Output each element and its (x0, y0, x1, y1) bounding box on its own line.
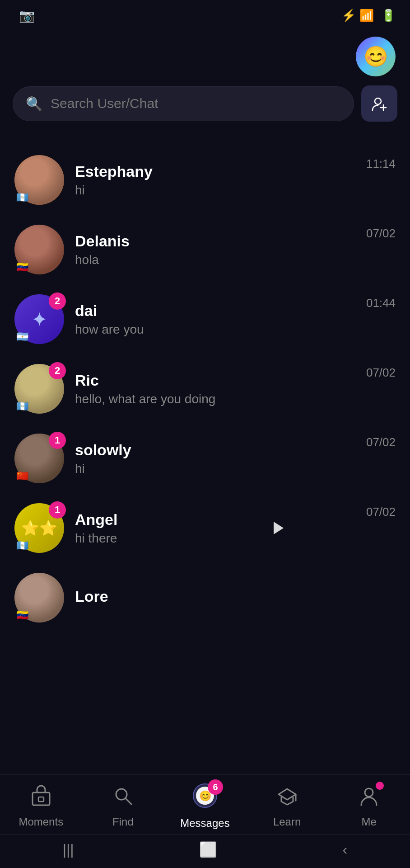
avatar-wrap: 🇻🇪 (14, 573, 64, 623)
chat-info: solowly hi (75, 441, 355, 476)
unread-badge: 1 (49, 501, 66, 519)
back-button[interactable]: ‹ (343, 841, 348, 858)
search-bar[interactable]: 🔍 (13, 86, 354, 121)
nav-item-moments[interactable]: Moments (14, 784, 68, 828)
chat-item[interactable]: 🇬🇹 1 Angel hi there 07/02 (0, 493, 410, 563)
search-input[interactable] (51, 96, 341, 111)
nav-icon-learn (276, 784, 298, 812)
svg-rect-3 (33, 793, 50, 805)
chat-info: dai how are you (75, 302, 355, 337)
avatar-wrap: 🇬🇹 1 (14, 503, 64, 553)
chat-name: Delanis (75, 232, 355, 250)
chat-item[interactable]: 🇻🇪 Delanis hola 07/02 (0, 215, 410, 284)
chat-time: 07/02 (366, 225, 396, 241)
svg-point-0 (375, 98, 381, 104)
avatar-wrap: 🇻🇪 (14, 225, 64, 274)
svg-point-5 (116, 789, 127, 800)
nav-badge: 6 (208, 779, 223, 795)
chat-preview: hello, what are you doing (75, 392, 355, 406)
avatar-wrap: 🇨🇳 1 (14, 434, 64, 483)
status-bar: 📷 ⚡ 📶 🔋 (0, 0, 410, 28)
chat-item[interactable]: 🇨🇳 1 solowly hi 07/02 (0, 424, 410, 493)
avatar-wrap: 🇬🇹 (14, 155, 64, 205)
chat-preview: hi there (75, 531, 355, 546)
nav-dot-badge (376, 782, 384, 790)
status-right: ⚡ 📶 🔋 (341, 9, 396, 23)
flag-badge: 🇨🇳 (16, 471, 31, 481)
chat-list: 🇬🇹 Estephany hi 11:14 🇻🇪 Delanis hola 07… (0, 145, 410, 632)
chat-preview: hola (75, 253, 355, 267)
nav-item-messages[interactable]: 😊 6 Messages (178, 783, 232, 830)
nav-label-messages: Messages (180, 817, 229, 830)
chat-item[interactable]: 🇬🇹 Estephany hi 11:14 (0, 145, 410, 215)
system-bar: ||| ⬜ ‹ (0, 834, 410, 868)
battery-icon: 🔋 (381, 9, 396, 23)
nav-icon-moments (30, 784, 52, 812)
avatar-wrap: 🇦🇷 2 (14, 294, 64, 344)
avatar-wrap: 🇬🇹 2 (14, 364, 64, 414)
nav-icon-find (112, 784, 134, 812)
chat-time: 07/02 (366, 364, 396, 380)
add-user-button[interactable] (361, 85, 397, 122)
chat-item[interactable]: 🇦🇷 2 dai how are you 01:44 (0, 284, 410, 354)
bottom-nav: Moments Find 😊 6 Messages Learn Me ||| (0, 774, 410, 868)
unread-badge: 2 (49, 362, 66, 379)
flag-badge: 🇬🇹 (16, 540, 31, 551)
svg-point-10 (365, 788, 373, 797)
nav-icon-me (358, 784, 380, 812)
chat-info: Ric hello, what are you doing (75, 372, 355, 406)
flag-badge: 🇻🇪 (16, 262, 31, 273)
nav-item-learn[interactable]: Learn (260, 784, 314, 828)
section-label (0, 132, 410, 145)
chat-name: dai (75, 302, 355, 320)
header (0, 28, 410, 85)
chat-time: 01:44 (366, 294, 396, 310)
camera-icon: 📷 (19, 8, 35, 23)
menu-button[interactable]: ||| (63, 841, 74, 858)
chat-item[interactable]: 🇻🇪 Lore (0, 563, 410, 632)
chat-time: 11:14 (366, 155, 396, 171)
nav-label-moments: Moments (19, 816, 63, 828)
chat-info: Estephany hi (75, 163, 355, 198)
flag-badge: 🇦🇷 (16, 331, 31, 342)
signal-icon: 📶 (359, 9, 374, 23)
bluetooth-icon: ⚡ (341, 9, 356, 23)
search-icon: 🔍 (26, 96, 42, 112)
nav-label-find: Find (112, 816, 134, 828)
flag-badge: 🇻🇪 (16, 610, 31, 621)
chat-preview: hi (75, 183, 355, 198)
cursor-indicator (274, 522, 284, 534)
status-left: 📷 (14, 8, 35, 23)
nav-label-me: Me (362, 816, 377, 828)
nav-label-learn: Learn (273, 816, 301, 828)
chat-preview: hi (75, 462, 355, 476)
unread-badge: 1 (49, 432, 66, 449)
chat-time: 07/02 (366, 503, 396, 519)
nav-item-find[interactable]: Find (96, 784, 150, 828)
nav-items: Moments Find 😊 6 Messages Learn Me (0, 775, 410, 834)
profile-avatar[interactable] (356, 37, 396, 76)
svg-rect-4 (38, 797, 44, 802)
chat-item[interactable]: 🇬🇹 2 Ric hello, what are you doing 07/02 (0, 354, 410, 424)
search-container: 🔍 (0, 85, 410, 132)
chat-name: Angel (75, 511, 355, 528)
chat-name: Ric (75, 372, 355, 389)
chat-preview: how are you (75, 322, 355, 337)
chat-name: solowly (75, 441, 355, 459)
chat-info: Delanis hola (75, 232, 355, 267)
home-button[interactable]: ⬜ (199, 841, 217, 858)
chat-name: Estephany (75, 163, 355, 180)
unread-badge: 2 (49, 292, 66, 310)
chat-name: Lore (75, 588, 396, 605)
flag-badge: 🇬🇹 (16, 192, 31, 203)
nav-item-me[interactable]: Me (342, 784, 396, 828)
chat-info: Angel hi there (75, 511, 355, 546)
nav-icon-messages: 😊 6 (192, 783, 218, 813)
chat-info: Lore (75, 588, 396, 608)
chat-time: 07/02 (366, 434, 396, 449)
flag-badge: 🇬🇹 (16, 401, 31, 412)
